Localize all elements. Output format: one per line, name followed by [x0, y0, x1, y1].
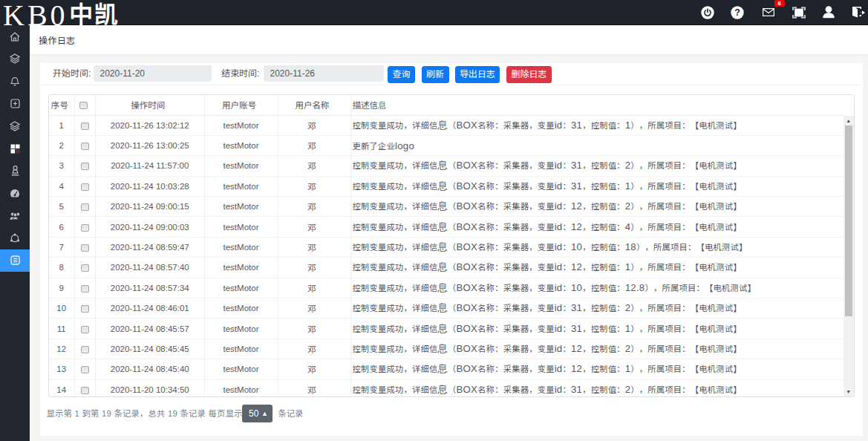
svg-text:?: ? — [734, 7, 740, 18]
